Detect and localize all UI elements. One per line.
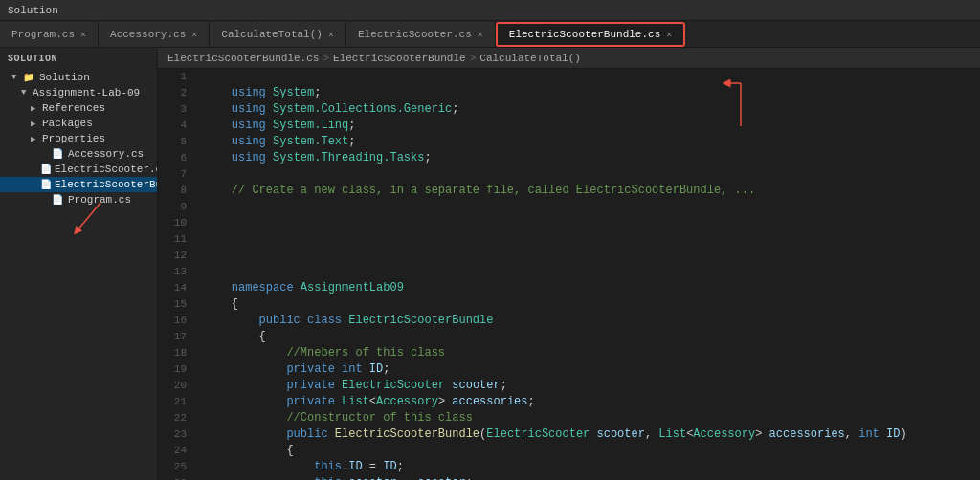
folder-icon: 📁 xyxy=(23,72,36,83)
annotation-arrow-sidebar xyxy=(67,198,115,246)
close-icon[interactable]: ✕ xyxy=(666,29,672,40)
tab-electricscooter-label: ElectricScooter.cs xyxy=(358,29,472,40)
breadcrumb-method: CalculateTotal() xyxy=(479,53,581,64)
close-icon[interactable]: ✕ xyxy=(478,29,483,40)
svg-line-0 xyxy=(77,203,100,231)
chevron-right-icon: ▶ xyxy=(31,134,42,144)
code-line: private ElectricScooter scooter; xyxy=(204,378,980,394)
sidebar-item-packages[interactable]: ▶ Packages xyxy=(0,116,157,131)
chevron-right-icon: ▶ xyxy=(31,103,42,114)
tab-accessory[interactable]: Accessory.cs ✕ xyxy=(99,22,210,47)
code-line: public class ElectricScooterBundle xyxy=(204,313,980,329)
sidebar-item-references[interactable]: ▶ References xyxy=(0,100,157,116)
close-icon[interactable]: ✕ xyxy=(191,29,197,40)
code-line: using System.Threading.Tasks; xyxy=(204,150,980,166)
tab-accessory-label: Accessory.cs xyxy=(110,29,186,40)
code-line xyxy=(204,166,980,183)
solution-label: Solution xyxy=(8,5,58,16)
code-line: { xyxy=(204,329,980,345)
code-line: namespace AssignmentLab09 xyxy=(204,280,980,296)
breadcrumb-class: ElectricScooterBundle xyxy=(333,53,466,64)
code-line: public ElectricScooterBundle(ElectricSco… xyxy=(204,426,980,443)
tab-electricscooterbundle-label: ElectricScooterBundle.cs xyxy=(509,29,660,40)
sidebar-item-accessorycs[interactable]: 📄 Accessory.cs xyxy=(0,146,157,162)
sidebar-item-solution[interactable]: ▼ 📁 Solution xyxy=(0,70,157,85)
tab-program-label: Program.cs xyxy=(11,29,75,40)
chevron-down-icon: ▼ xyxy=(11,73,23,82)
code-line: // Create a new class, in a separate fil… xyxy=(204,183,980,199)
code-line: //Constructor of this class xyxy=(204,410,980,426)
code-line xyxy=(204,215,980,231)
editor-wrapper: ElectricScooterBundle.cs > ElectricScoot… xyxy=(158,48,980,480)
code-line: using System.Text; xyxy=(204,134,980,150)
sidebar-item-electricscooterbundlecs[interactable]: 📄 ElectricScooterBundle.cs xyxy=(0,177,157,192)
sidebar-title: Solution xyxy=(0,48,157,70)
code-line: this.ID = ID; xyxy=(204,459,980,475)
tab-electricscooter[interactable]: ElectricScooter.cs ✕ xyxy=(346,22,496,47)
code-content: using System; using System.Collections.G… xyxy=(196,69,980,480)
code-line: using System; xyxy=(204,85,980,101)
code-line xyxy=(204,231,980,248)
code-line: { xyxy=(204,296,980,313)
code-line: using System.Linq; xyxy=(204,118,980,134)
code-line: using System.Collections.Generic; xyxy=(204,101,980,118)
file-icon: 📄 xyxy=(52,194,65,206)
code-line: private List<Accessory> accessories; xyxy=(204,394,980,410)
chevron-down-icon: ▼ xyxy=(21,88,33,98)
file-icon: 📄 xyxy=(40,164,52,175)
code-line xyxy=(204,264,980,280)
code-line xyxy=(204,69,980,85)
code-line xyxy=(204,199,980,215)
tab-calculatetotal-label: CalculateTotal() xyxy=(221,29,323,40)
sidebar-item-electricscootercs[interactable]: 📄 ElectricScooter.cs xyxy=(0,162,157,177)
tab-program[interactable]: Program.cs ✕ xyxy=(0,22,99,47)
code-line xyxy=(204,248,980,264)
tab-electricscooterbundle[interactable]: ElectricScooterBundle.cs ✕ xyxy=(496,22,685,47)
tabs-bar: Program.cs ✕ Accessory.cs ✕ CalculateTot… xyxy=(0,21,980,48)
breadcrumb-file: ElectricScooterBundle.cs xyxy=(167,53,319,64)
chevron-right-icon: ▶ xyxy=(31,119,42,129)
sidebar-item-assignmentlab09[interactable]: ▼ Assignment-Lab-09 xyxy=(0,85,157,100)
line-numbers: 1 2 3 4 5 6 7 8 9 10 11 12 13 14 15 16 1 xyxy=(158,69,196,480)
main-area: Solution ▼ 📁 Solution ▼ Assignment-Lab-0… xyxy=(0,48,980,480)
top-bar: Solution xyxy=(0,0,980,21)
editor-area[interactable]: 1 2 3 4 5 6 7 8 9 10 11 12 13 14 15 16 1 xyxy=(158,69,980,480)
code-line: { xyxy=(204,443,980,459)
file-icon: 📄 xyxy=(40,179,52,190)
sidebar-item-properties[interactable]: ▶ Properties xyxy=(0,131,157,146)
close-icon[interactable]: ✕ xyxy=(328,29,334,40)
code-line: this.scooter = scooter; xyxy=(204,475,980,480)
sidebar: Solution ▼ 📁 Solution ▼ Assignment-Lab-0… xyxy=(0,48,158,480)
file-icon: 📄 xyxy=(52,148,65,160)
close-icon[interactable]: ✕ xyxy=(80,29,86,40)
code-line: private int ID; xyxy=(204,361,980,378)
tab-calculatetotal[interactable]: CalculateTotal() ✕ xyxy=(210,22,346,47)
code-line: //Mnebers of this class xyxy=(204,345,980,361)
breadcrumb: ElectricScooterBundle.cs > ElectricScoot… xyxy=(158,48,980,69)
